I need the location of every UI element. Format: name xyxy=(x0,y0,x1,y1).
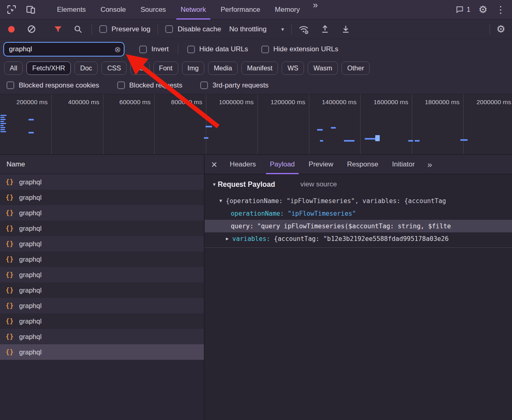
fetch-xhr-icon: {} xyxy=(6,178,14,186)
chip-font[interactable]: Font xyxy=(153,61,178,75)
table-row[interactable]: {}graphql xyxy=(0,267,204,282)
tab-elements[interactable]: Elements xyxy=(50,0,93,20)
table-row[interactable]: {}graphql xyxy=(0,282,204,298)
payload-property-row[interactable]: operationName: "ipFlowTimeseries" xyxy=(205,207,512,220)
request-name: graphql xyxy=(19,348,42,356)
request-name: graphql xyxy=(19,194,42,201)
settings-icon[interactable]: ⚙ xyxy=(479,4,488,15)
preserve-log-toggle[interactable]: Preserve log xyxy=(99,25,150,33)
fetch-xhr-icon: {} xyxy=(6,302,14,309)
timeline-tick: 400000 ms xyxy=(52,98,103,106)
hide-data-urls-checkbox[interactable] xyxy=(187,46,195,53)
close-icon[interactable]: × xyxy=(205,160,223,170)
network-filter-input[interactable] xyxy=(4,45,124,53)
filter-icon[interactable] xyxy=(53,24,63,34)
invert-toggle[interactable]: Invert xyxy=(139,45,169,53)
hide-data-urls-label: Hide data URLs xyxy=(199,45,248,53)
clear-network-log-icon[interactable] xyxy=(27,24,36,34)
name-column-header[interactable]: Name xyxy=(0,155,204,174)
import-har-icon[interactable] xyxy=(320,24,330,34)
tab-preview[interactable]: Preview xyxy=(302,155,340,174)
divider xyxy=(205,247,512,248)
tab-payload[interactable]: Payload xyxy=(263,155,302,174)
preserve-log-checkbox[interactable] xyxy=(99,25,107,33)
request-payload-section-header[interactable]: ▼ Request Payload view source xyxy=(205,174,512,195)
hide-data-urls-toggle[interactable]: Hide data URLs xyxy=(187,45,248,53)
tab-response[interactable]: Response xyxy=(340,155,385,174)
tab-headers[interactable]: Headers xyxy=(223,155,263,174)
chip-other[interactable]: Other xyxy=(341,61,370,75)
inspect-element-icon[interactable] xyxy=(7,4,17,15)
more-tabs-icon[interactable]: » xyxy=(307,0,324,20)
tab-performance[interactable]: Performance xyxy=(213,0,267,20)
blocked-response-cookies-toggle[interactable]: Blocked response cookies xyxy=(7,81,99,90)
export-har-icon[interactable] xyxy=(341,24,350,34)
tab-sources[interactable]: Sources xyxy=(133,0,173,20)
blocked-response-cookies-checkbox[interactable] xyxy=(7,81,14,89)
filter-input-wrap: ⊗ xyxy=(3,42,125,57)
clear-filter-icon[interactable]: ⊗ xyxy=(114,46,121,53)
disable-cache-checkbox[interactable] xyxy=(165,25,173,33)
network-overview-timeline[interactable]: 200000 ms 400000 ms 600000 ms 800000 ms … xyxy=(0,94,512,155)
chip-css[interactable]: CSS xyxy=(101,61,127,75)
tab-initiator[interactable]: Initiator xyxy=(385,155,422,174)
chip-manifest[interactable]: Manifest xyxy=(241,61,278,75)
payload-summary-row[interactable]: ▼ {operationName: "ipFlowTimeseries", va… xyxy=(205,195,512,207)
blocked-requests-toggle[interactable]: Blocked requests xyxy=(117,81,182,90)
triangle-right-icon[interactable]: ▶ xyxy=(226,236,229,241)
chip-fetch-xhr[interactable]: Fetch/XHR xyxy=(26,61,71,75)
table-row-selected[interactable]: {}graphql xyxy=(0,344,204,360)
fetch-xhr-icon: {} xyxy=(6,271,14,278)
disable-cache-toggle[interactable]: Disable cache xyxy=(165,25,221,33)
third-party-requests-toggle[interactable]: 3rd-party requests xyxy=(200,81,269,90)
chip-img[interactable]: Img xyxy=(182,61,205,75)
hide-extension-urls-checkbox[interactable] xyxy=(261,46,269,53)
network-conditions-icon[interactable] xyxy=(298,24,309,35)
table-row[interactable]: {}graphql xyxy=(0,221,204,236)
tab-payload-label: Payload xyxy=(270,160,295,168)
table-row[interactable]: {}graphql xyxy=(0,236,204,252)
chip-all[interactable]: All xyxy=(4,61,23,75)
request-name: graphql xyxy=(19,333,42,341)
request-name: graphql xyxy=(19,317,42,325)
chip-doc[interactable]: Doc xyxy=(74,61,98,75)
tab-console[interactable]: Console xyxy=(93,0,133,20)
throttling-select[interactable]: No throttling ▼ xyxy=(229,25,285,33)
tab-memory[interactable]: Memory xyxy=(267,0,307,20)
blocked-requests-label: Blocked requests xyxy=(129,81,182,90)
table-row[interactable]: {}graphql xyxy=(0,174,204,190)
table-row[interactable]: {}graphql xyxy=(0,205,204,221)
menu-kebab-icon[interactable]: ⋮ xyxy=(496,5,505,15)
table-row[interactable]: {}graphql xyxy=(0,313,204,329)
fetch-xhr-icon: {} xyxy=(6,209,14,217)
hide-extension-urls-toggle[interactable]: Hide extension URLs xyxy=(261,45,339,53)
more-detail-tabs-icon[interactable]: » xyxy=(427,160,432,169)
table-row[interactable]: {}graphql xyxy=(0,190,204,205)
triangle-down-icon[interactable]: ▼ xyxy=(219,198,222,203)
tab-network[interactable]: Network xyxy=(173,0,213,20)
payload-property-row-selected[interactable]: query: "query ipFlowTimeseries($accountT… xyxy=(205,220,512,232)
timeline-tick: 800000 ms xyxy=(155,98,206,106)
fetch-xhr-icon: {} xyxy=(6,194,14,201)
search-icon[interactable] xyxy=(73,24,83,34)
blocked-requests-checkbox[interactable] xyxy=(117,81,125,89)
view-source-link[interactable]: view source xyxy=(300,180,337,188)
table-row[interactable]: {}graphql xyxy=(0,298,204,313)
message-count: 1 xyxy=(467,6,470,13)
payload-section-title: Request Payload xyxy=(218,180,275,189)
invert-checkbox[interactable] xyxy=(139,46,147,53)
request-name: graphql xyxy=(19,256,42,263)
network-settings-icon[interactable]: ⚙ xyxy=(497,24,505,34)
record-icon[interactable] xyxy=(8,26,15,33)
device-toolbar-icon[interactable] xyxy=(26,4,36,15)
chip-js[interactable]: JS xyxy=(130,61,149,75)
chip-ws[interactable]: WS xyxy=(282,61,304,75)
table-row[interactable]: {}graphql xyxy=(0,329,204,344)
chip-wasm[interactable]: Wasm xyxy=(308,61,338,75)
tab-elements-label: Elements xyxy=(57,6,86,14)
payload-property-row[interactable]: ▶ variables: {accountTag: "b12e3b2192ee5… xyxy=(205,232,512,245)
console-messages-button[interactable]: 1 xyxy=(455,5,470,14)
table-row[interactable]: {}graphql xyxy=(0,252,204,267)
chip-media[interactable]: Media xyxy=(208,61,238,75)
third-party-requests-checkbox[interactable] xyxy=(200,81,208,89)
